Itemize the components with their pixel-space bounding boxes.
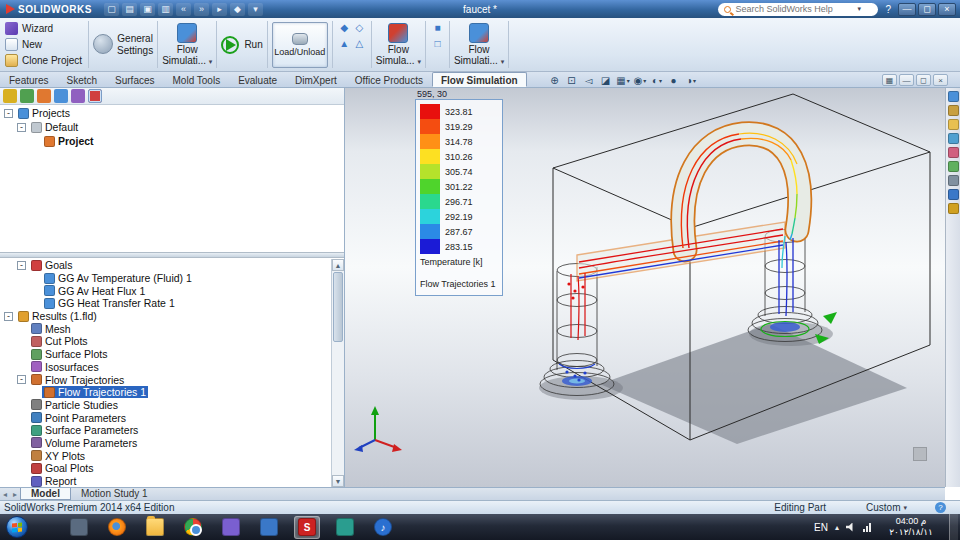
tree-row[interactable]: Goal Plots bbox=[0, 462, 331, 475]
design-library-icon[interactable] bbox=[948, 105, 959, 116]
tree-row[interactable]: Project bbox=[0, 134, 344, 148]
display-style-icon[interactable]: ◉▾ bbox=[633, 73, 647, 87]
model-tab[interactable]: Model bbox=[20, 488, 71, 500]
restore-button[interactable]: ◻ bbox=[918, 3, 936, 16]
chrome-icon[interactable] bbox=[180, 516, 206, 539]
tree-row[interactable]: Point Parameters bbox=[0, 411, 331, 424]
model-tab[interactable]: Motion Study 1 bbox=[71, 488, 158, 500]
tree-row[interactable]: GG Av Heat Flux 1 bbox=[0, 284, 331, 297]
tree-expander[interactable]: - bbox=[17, 261, 26, 270]
tree-row[interactable]: Particle Studies bbox=[0, 399, 331, 412]
tab-scroll-right-icon[interactable]: ▸ bbox=[10, 490, 20, 499]
tree-row[interactable]: GG Av Temperature (Fluid) 1 bbox=[0, 272, 331, 285]
scrollbar-thumb[interactable] bbox=[333, 272, 343, 342]
select-icon[interactable]: ▸ bbox=[212, 3, 227, 16]
command-tab[interactable]: Evaluate bbox=[229, 72, 286, 87]
tree-row[interactable]: - Projects bbox=[0, 106, 344, 120]
section-view-icon[interactable]: ◪ bbox=[599, 73, 613, 87]
tree-row[interactable]: Isosurfaces bbox=[0, 361, 331, 374]
clone-project-button[interactable]: Clone Project bbox=[3, 53, 84, 69]
show-desktop-button[interactable] bbox=[949, 514, 958, 540]
scroll-up-icon[interactable]: ▲ bbox=[332, 259, 344, 271]
scenes-icon[interactable] bbox=[948, 161, 959, 172]
new-project-button[interactable]: New bbox=[3, 37, 84, 53]
load-unload-button[interactable]: Load/Unload bbox=[272, 22, 328, 68]
file-explorer-icon[interactable] bbox=[142, 516, 168, 539]
featuremanager-tab-icon[interactable] bbox=[3, 89, 17, 103]
app-blue-icon[interactable] bbox=[256, 516, 282, 539]
command-tab[interactable]: Office Products bbox=[346, 72, 432, 87]
print-icon[interactable]: ▥ bbox=[158, 3, 173, 16]
tree-row[interactable]: - Flow Trajectories bbox=[0, 373, 331, 386]
hide-show-items-icon[interactable]: ◐▾ bbox=[650, 73, 664, 87]
language-indicator[interactable]: EN bbox=[814, 522, 828, 533]
command-tab[interactable]: Sketch bbox=[57, 72, 106, 87]
tree-row[interactable]: Cut Plots bbox=[0, 335, 331, 348]
redo-icon[interactable]: » bbox=[194, 3, 209, 16]
status-help-icon[interactable]: ? bbox=[935, 502, 946, 513]
flow-toggle-icon-4[interactable]: △ bbox=[355, 38, 363, 49]
tree-row[interactable]: Flow Trajectories 1 bbox=[0, 386, 331, 399]
custom-properties-icon[interactable] bbox=[948, 175, 959, 186]
tree-row[interactable]: Volume Parameters bbox=[0, 437, 331, 450]
solidworks-resources-icon[interactable] bbox=[948, 91, 959, 102]
undo-icon[interactable]: « bbox=[176, 3, 191, 16]
clock[interactable]: 04:00 م ٢٠١٢/١٨/١١ bbox=[880, 516, 942, 539]
previous-view-icon[interactable]: ◅ bbox=[582, 73, 596, 87]
tree-row[interactable]: Mesh bbox=[0, 322, 331, 335]
general-settings-button[interactable]: GeneralSettings bbox=[90, 18, 156, 71]
scroll-down-icon[interactable]: ▼ bbox=[332, 475, 344, 487]
zoom-to-fit-icon[interactable]: ⊕ bbox=[548, 73, 562, 87]
new-file-icon[interactable]: ▢ bbox=[104, 3, 119, 16]
tree-row[interactable]: GG Heat Transfer Rate 1 bbox=[0, 297, 331, 310]
app-window-icon[interactable] bbox=[66, 516, 92, 539]
tree-expander[interactable]: - bbox=[17, 375, 26, 384]
save-icon[interactable]: ▣ bbox=[140, 3, 155, 16]
wizard-button[interactable]: Wizard bbox=[3, 21, 84, 37]
zoom-area-icon[interactable]: ⊡ bbox=[565, 73, 579, 87]
tab-scroll-left-icon[interactable]: ◂ bbox=[0, 490, 10, 499]
media-player-icon[interactable] bbox=[218, 516, 244, 539]
start-button[interactable] bbox=[6, 516, 28, 538]
tree-row[interactable]: Surface Parameters bbox=[0, 424, 331, 437]
file-explorer-pane-icon[interactable] bbox=[948, 119, 959, 130]
doc-minimize-button[interactable]: — bbox=[899, 74, 914, 86]
tree-row[interactable]: Report bbox=[0, 475, 331, 487]
minimize-button[interactable]: — bbox=[898, 3, 916, 16]
command-tab[interactable]: Mold Tools bbox=[164, 72, 230, 87]
flow-simulation-pane-icon[interactable] bbox=[948, 189, 959, 200]
music-player-icon[interactable]: ♪ bbox=[370, 516, 396, 539]
run-button[interactable]: Run bbox=[218, 18, 265, 71]
propertymanager-tab-icon[interactable] bbox=[20, 89, 34, 103]
flow-simulation-button-3[interactable]: Flow Simulati... ▾ bbox=[451, 18, 507, 71]
command-tab[interactable]: Flow Simulation bbox=[432, 72, 527, 87]
appearances-icon[interactable] bbox=[948, 147, 959, 158]
tree-row[interactable]: Surface Plots bbox=[0, 348, 331, 361]
command-tab[interactable]: DimXpert bbox=[286, 72, 346, 87]
command-tab[interactable]: Surfaces bbox=[106, 72, 163, 87]
dimxpertmanager-tab-icon[interactable] bbox=[54, 89, 68, 103]
network-icon[interactable] bbox=[863, 523, 873, 532]
solidworks-icon[interactable]: S bbox=[294, 516, 320, 539]
doc-restore-button[interactable]: ◻ bbox=[916, 74, 931, 86]
tree-scrollbar[interactable]: ▲ ▼ bbox=[331, 259, 344, 487]
configurationmanager-tab-icon[interactable] bbox=[37, 89, 51, 103]
view-orientation-icon[interactable]: ▦▾ bbox=[616, 73, 630, 87]
flow-toggle-icon-3[interactable]: ▲ bbox=[339, 38, 349, 49]
flow-simulation-tree-tab-icon[interactable] bbox=[88, 89, 102, 103]
tree-row[interactable]: - Default bbox=[0, 120, 344, 134]
tree-expander[interactable]: - bbox=[4, 109, 13, 118]
flow-simulation-button-1[interactable]: Flow Simulati... ▾ bbox=[159, 18, 215, 71]
flow-toggle-icon-5[interactable]: ■ bbox=[434, 22, 440, 33]
displaymanager-tab-icon[interactable] bbox=[71, 89, 85, 103]
flow-toggle-icon-1[interactable]: ◆ bbox=[340, 22, 348, 33]
close-button[interactable]: × bbox=[938, 3, 956, 16]
flow-toggle-icon-2[interactable]: ◇ bbox=[355, 22, 363, 33]
viewport-split-button[interactable]: ▦ bbox=[882, 74, 897, 86]
options-icon[interactable]: ▾ bbox=[248, 3, 263, 16]
view-palette-icon[interactable] bbox=[948, 133, 959, 144]
flow-simulation-button-2[interactable]: Flow Simula... ▾ bbox=[373, 18, 424, 71]
flow-toggle-icon-6[interactable]: □ bbox=[434, 38, 440, 49]
volume-icon[interactable] bbox=[846, 523, 856, 532]
help-pane-icon[interactable] bbox=[948, 203, 959, 214]
